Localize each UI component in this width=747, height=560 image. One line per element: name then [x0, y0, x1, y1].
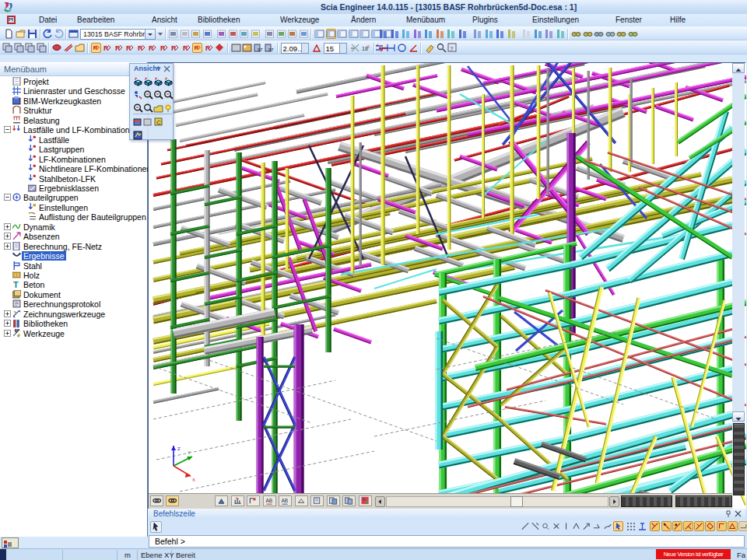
svg-text:AB: AB	[281, 498, 288, 503]
svg-text:AB: AB	[265, 498, 272, 503]
svg-text:X: X	[192, 478, 195, 482]
svg-text:C: C	[156, 119, 161, 126]
svg-text:0: 0	[367, 44, 370, 49]
svg-text:Y: Y	[188, 450, 191, 455]
svg-text:Z: Z	[177, 446, 181, 451]
svg-text:?: ?	[450, 45, 454, 52]
svg-text:97: 97	[258, 47, 263, 52]
svg-text:T: T	[13, 280, 19, 289]
svg-text:97: 97	[268, 47, 274, 52]
